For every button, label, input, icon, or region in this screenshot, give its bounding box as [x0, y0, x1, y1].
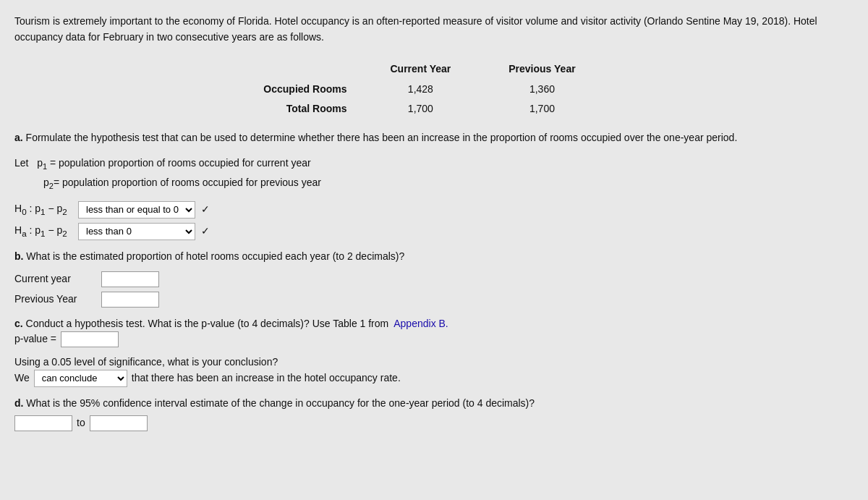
- conclusion-dropdown[interactable]: can conclude cannot conclude: [34, 370, 127, 387]
- data-table-wrapper: Current Year Previous Year Occupied Room…: [14, 59, 854, 119]
- ha-label: Ha : p1 − p2: [14, 223, 72, 240]
- section-b-label: b.: [14, 250, 23, 262]
- section-a: a. Formulate the hypothesis test that ca…: [14, 130, 854, 145]
- confidence-lower-input[interactable]: [14, 415, 72, 431]
- confidence-upper-input[interactable]: [90, 415, 148, 431]
- empty-header: [263, 59, 361, 80]
- section-d-label: d.: [14, 397, 23, 409]
- occupied-rooms-label: Occupied Rooms: [263, 80, 361, 99]
- conclusion-text: that there has been an increase in the h…: [132, 370, 401, 386]
- current-year-label: Current year: [14, 271, 94, 287]
- intro-text: Tourism is extremely important to the ec…: [14, 13, 854, 46]
- h0-checkmark: ✓: [201, 202, 210, 217]
- section-c-text: c. Conduct a hypothesis test. What is th…: [14, 316, 854, 331]
- ha-row: Ha : p1 − p2 less than 0 less than or eq…: [14, 223, 854, 240]
- hypotheses-section: H0 : p1 − p2 less than or equal to 0 les…: [14, 201, 854, 240]
- total-current-value: 1,700: [361, 99, 480, 119]
- occupied-previous-value: 1,360: [480, 80, 604, 99]
- section-d: d. What is the 95% confidence interval e…: [14, 396, 854, 431]
- table-row-occupied: Occupied Rooms 1,428 1,360: [263, 80, 604, 99]
- pvalue-input[interactable]: [61, 331, 119, 347]
- total-rooms-label: Total Rooms: [263, 99, 361, 119]
- section-c: c. Conduct a hypothesis test. What is th…: [14, 316, 854, 387]
- col-previous-year: Previous Year: [480, 59, 604, 80]
- h0-row: H0 : p1 − p2 less than or equal to 0 les…: [14, 201, 854, 219]
- section-a-label: a.: [14, 132, 23, 143]
- pvalue-label: p-value =: [14, 331, 56, 347]
- appendix-link[interactable]: Appendix B.: [393, 318, 448, 329]
- we-label: We: [14, 370, 30, 386]
- proportion-block: Current year Previous Year: [14, 271, 854, 308]
- significance-text: Using a 0.05 level of significance, what…: [14, 355, 854, 370]
- table-row-total: Total Rooms 1,700 1,700: [263, 99, 604, 119]
- h0-dropdown[interactable]: less than or equal to 0 less than 0 equa…: [78, 201, 195, 219]
- conclusion-row: We can conclude cannot conclude that the…: [14, 370, 854, 387]
- section-b: b. What is the estimated proportion of h…: [14, 249, 854, 308]
- section-c-label: c.: [14, 318, 23, 329]
- previous-year-input[interactable]: [101, 292, 159, 308]
- data-table: Current Year Previous Year Occupied Room…: [263, 59, 604, 119]
- occupied-current-value: 1,428: [361, 80, 480, 99]
- let-line2: p2= population proportion of rooms occup…: [43, 174, 854, 194]
- let-line1: Let p1 = population proportion of rooms …: [14, 154, 854, 174]
- section-b-text: b. What is the estimated proportion of h…: [14, 249, 854, 264]
- previous-year-row: Previous Year: [14, 292, 854, 308]
- current-year-row: Current year: [14, 271, 854, 287]
- h0-label: H0 : p1 − p2: [14, 201, 72, 218]
- pvalue-row: p-value =: [14, 331, 854, 347]
- to-label: to: [77, 415, 85, 431]
- col-current-year: Current Year: [361, 59, 480, 80]
- section-a-text: a. Formulate the hypothesis test that ca…: [14, 130, 854, 145]
- total-previous-value: 1,700: [480, 99, 604, 119]
- ha-checkmark: ✓: [201, 224, 210, 239]
- ha-dropdown[interactable]: less than 0 less than or equal to 0 equa…: [78, 223, 195, 240]
- section-d-text: d. What is the 95% confidence interval e…: [14, 396, 854, 411]
- current-year-input[interactable]: [101, 271, 159, 287]
- previous-year-label: Previous Year: [14, 292, 94, 307]
- let-block: Let p1 = population proportion of rooms …: [14, 154, 854, 194]
- confidence-row: to: [14, 415, 854, 431]
